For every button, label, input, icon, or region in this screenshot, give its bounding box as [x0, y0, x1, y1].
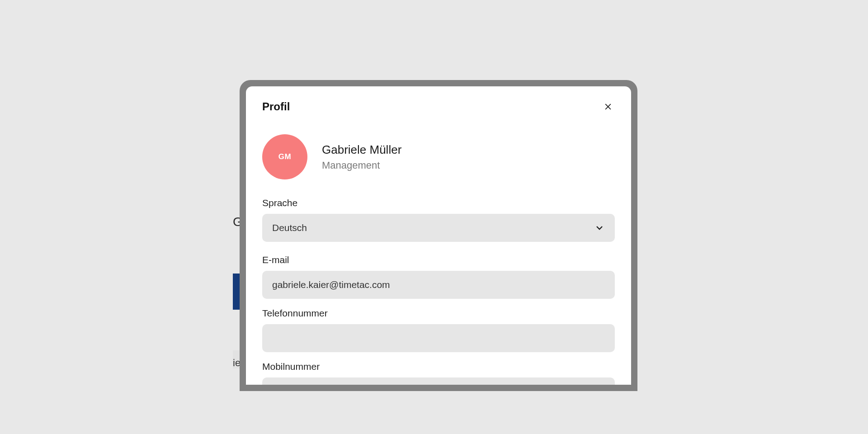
- modal-header: Profil: [262, 100, 615, 113]
- profile-role: Management: [322, 160, 401, 171]
- email-label: E-mail: [262, 255, 615, 265]
- email-field-group: E-mail gabriele.kaier@timetac.com: [262, 255, 615, 299]
- phone-label: Telefonnummer: [262, 308, 615, 319]
- close-button[interactable]: [601, 100, 615, 113]
- profile-text: Gabriele Müller Management: [322, 143, 401, 171]
- language-select[interactable]: Deutsch: [262, 214, 615, 242]
- mobile-input[interactable]: [262, 377, 615, 385]
- profile-name: Gabriele Müller: [322, 143, 401, 157]
- mobile-field-group: Mobilnummer: [262, 361, 615, 385]
- app-viewport: G k ie e ifg A Z Profil GM Gabriele Müll…: [81, 43, 787, 391]
- modal-title: Profil: [262, 100, 290, 113]
- chevron-down-icon: [594, 222, 605, 233]
- email-input[interactable]: gabriele.kaier@timetac.com: [262, 271, 615, 299]
- language-value: Deutsch: [272, 222, 307, 233]
- avatar: GM: [262, 134, 307, 179]
- language-field-group: Sprache Deutsch: [262, 198, 615, 242]
- phone-input[interactable]: [262, 324, 615, 352]
- mobile-label: Mobilnummer: [262, 361, 615, 372]
- email-value: gabriele.kaier@timetac.com: [272, 279, 390, 290]
- profile-modal: Profil GM Gabriele Müller Management Spr…: [246, 86, 631, 385]
- phone-field-group: Telefonnummer: [262, 308, 615, 352]
- language-label: Sprache: [262, 198, 615, 208]
- close-icon: [604, 102, 613, 111]
- profile-summary: GM Gabriele Müller Management: [262, 134, 615, 179]
- modal-backdrop-frame: Profil GM Gabriele Müller Management Spr…: [240, 80, 637, 391]
